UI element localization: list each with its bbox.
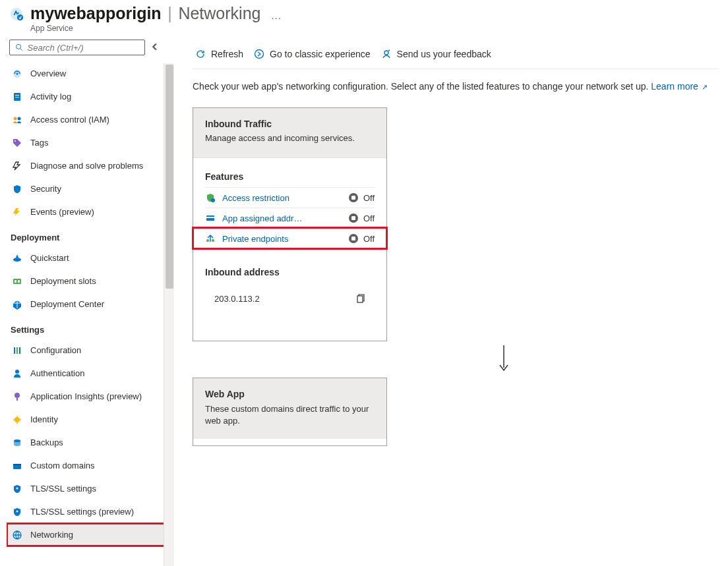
feature-link[interactable]: Private endpoints bbox=[222, 234, 288, 244]
sidebar-item-tls[interactable]: TLS/SSL settings bbox=[7, 477, 170, 500]
sidebar-item-label: Activity log bbox=[30, 92, 71, 101]
inbound-traffic-card: Inbound Traffic Manage access and incomi… bbox=[193, 107, 387, 341]
sidebar-item-domains[interactable]: Custom domains bbox=[7, 454, 170, 477]
nav-section-heading: Settings bbox=[7, 316, 170, 339]
sidebar-item-label: TLS/SSL settings bbox=[30, 484, 96, 494]
auth-icon bbox=[12, 368, 22, 379]
svg-point-22 bbox=[15, 417, 20, 422]
more-actions-button[interactable]: ··· bbox=[271, 12, 282, 23]
quickstart-icon bbox=[12, 253, 22, 264]
feature-link[interactable]: Access restriction bbox=[222, 193, 289, 203]
sidebar-nav: OverviewActivity logAccess control (IAM)… bbox=[7, 62, 173, 566]
external-link-icon: ↗ bbox=[700, 83, 708, 91]
status-dot-icon bbox=[349, 234, 358, 243]
card-icon bbox=[205, 213, 216, 223]
copy-button[interactable] bbox=[355, 293, 365, 304]
web-app-card: Web App These custom domains direct traf… bbox=[193, 378, 387, 446]
endpoint-icon bbox=[205, 233, 216, 244]
classic-experience-button[interactable]: Go to classic experience bbox=[251, 46, 373, 62]
feature-status: Off bbox=[363, 213, 375, 223]
svg-rect-7 bbox=[15, 95, 19, 96]
diagnose-icon bbox=[12, 161, 22, 171]
web-app-title: Web App bbox=[205, 389, 375, 399]
inbound-title: Inbound Traffic bbox=[205, 119, 375, 129]
svg-rect-21 bbox=[16, 398, 18, 401]
sidebar-item-activity[interactable]: Activity log bbox=[7, 85, 170, 108]
activity-icon bbox=[12, 92, 22, 102]
svg-point-10 bbox=[18, 117, 21, 120]
feature-link[interactable]: App assigned addr… bbox=[222, 213, 302, 223]
svg-rect-25 bbox=[13, 464, 21, 465]
svg-rect-15 bbox=[18, 280, 20, 283]
identity-icon bbox=[12, 414, 22, 425]
sidebar-item-tlsp[interactable]: TLS/SSL settings (preview) bbox=[7, 500, 170, 523]
tags-icon bbox=[12, 138, 22, 148]
sidebar-item-label: Custom domains bbox=[30, 461, 95, 470]
sidebar-item-tags[interactable]: Tags bbox=[7, 131, 170, 154]
sidebar-item-label: Overview bbox=[30, 69, 66, 78]
config-icon bbox=[12, 345, 22, 356]
svg-point-27 bbox=[16, 510, 18, 512]
svg-point-30 bbox=[384, 51, 388, 55]
sidebar-item-quickstart[interactable]: Quickstart bbox=[7, 246, 170, 269]
sidebar-item-label: Identity bbox=[30, 414, 58, 424]
sidebar-item-auth[interactable]: Authentication bbox=[7, 362, 170, 385]
status-dot-icon bbox=[349, 213, 358, 223]
security-icon bbox=[12, 184, 22, 194]
svg-point-34 bbox=[206, 239, 209, 242]
app-service-icon bbox=[9, 7, 24, 21]
svg-point-31 bbox=[211, 198, 215, 202]
sidebar-item-diagnose[interactable]: Diagnose and solve problems bbox=[7, 154, 170, 177]
sidebar-item-label: Networking bbox=[30, 530, 73, 540]
svg-point-12 bbox=[13, 258, 21, 262]
feedback-button[interactable]: Send us your feedback bbox=[379, 46, 494, 62]
sidebar-item-label: Quickstart bbox=[30, 253, 69, 263]
inbound-address-heading: Inbound address bbox=[205, 267, 375, 277]
sidebar-item-config[interactable]: Configuration bbox=[7, 339, 170, 362]
sidebar-item-label: Authentication bbox=[30, 368, 84, 378]
sidebar-item-label: Configuration bbox=[30, 345, 81, 355]
depcenter-icon bbox=[12, 299, 22, 310]
resource-type-label: App Service bbox=[30, 24, 260, 33]
command-bar: Refresh Go to classic experience Send us… bbox=[193, 46, 719, 69]
svg-rect-33 bbox=[206, 217, 214, 218]
shield-icon bbox=[205, 192, 216, 203]
features-heading: Features bbox=[205, 171, 375, 182]
status-dot-icon bbox=[349, 193, 358, 202]
learn-more-link[interactable]: Learn more ↗ bbox=[651, 81, 708, 92]
sidebar-item-label: TLS/SSL settings (preview) bbox=[30, 507, 134, 517]
svg-point-2 bbox=[16, 44, 21, 49]
arrow-right-circle-icon bbox=[254, 49, 264, 59]
sidebar-item-appinsights[interactable]: Application Insights (preview) bbox=[7, 385, 170, 408]
feature-row-card: App assigned addr…Off bbox=[205, 208, 375, 228]
sidebar-item-label: Access control (IAM) bbox=[30, 115, 109, 125]
web-app-subtitle: These custom domains direct traffic to y… bbox=[205, 403, 375, 427]
sidebar-item-iam[interactable]: Access control (IAM) bbox=[7, 108, 170, 131]
feedback-icon bbox=[381, 49, 392, 59]
sidebar-item-networking[interactable]: Networking bbox=[7, 523, 170, 546]
sidebar-search[interactable] bbox=[9, 40, 145, 55]
collapse-sidebar-button[interactable] bbox=[152, 43, 160, 53]
search-input[interactable] bbox=[28, 43, 139, 53]
sidebar-item-backups[interactable]: Backups bbox=[7, 431, 170, 454]
feature-status: Off bbox=[363, 234, 375, 244]
sidebar-item-slots[interactable]: Deployment slots bbox=[7, 269, 170, 293]
svg-point-1 bbox=[17, 14, 23, 20]
description-text: Check your web app's networking configur… bbox=[193, 69, 719, 107]
sidebar-item-depcenter[interactable]: Deployment Center bbox=[7, 293, 170, 316]
sidebar-item-identity[interactable]: Identity bbox=[7, 408, 170, 431]
sidebar-item-overview[interactable]: Overview bbox=[7, 62, 170, 85]
feature-row-endpoint: Private endpointsOff bbox=[193, 228, 386, 248]
svg-point-19 bbox=[15, 370, 19, 374]
events-icon bbox=[12, 207, 22, 217]
svg-point-29 bbox=[255, 50, 264, 59]
backups-icon bbox=[12, 438, 22, 448]
inbound-subtitle: Manage access and incoming services. bbox=[205, 133, 375, 143]
sidebar-item-security[interactable]: Security bbox=[7, 177, 170, 200]
page-section-title: Networking bbox=[178, 4, 260, 22]
sidebar-item-label: Deployment Center bbox=[30, 299, 104, 309]
slots-icon bbox=[12, 276, 22, 287]
sidebar-item-events[interactable]: Events (preview) bbox=[7, 200, 170, 223]
refresh-button[interactable]: Refresh bbox=[193, 46, 246, 62]
svg-point-26 bbox=[16, 487, 18, 489]
